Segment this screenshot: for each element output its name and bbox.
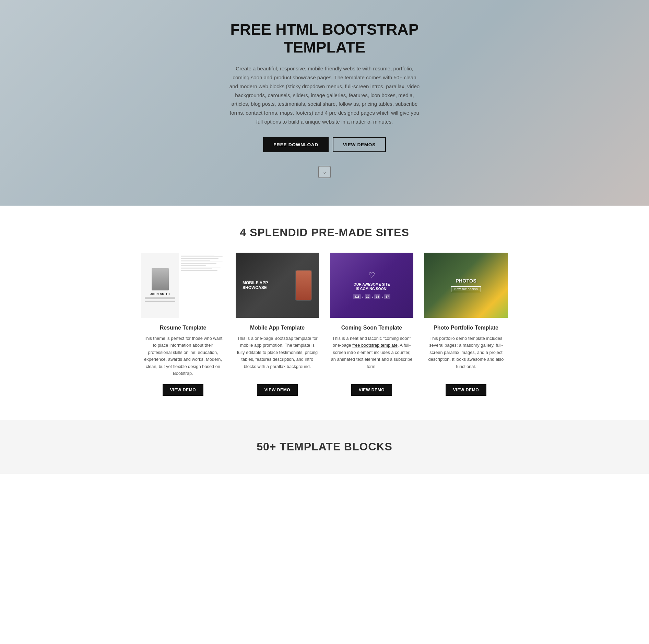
hero-description: Create a beautiful, responsive, mobile-f… [228, 64, 421, 126]
resume-mockup: JOHN SMITH [141, 253, 225, 318]
resume-right-line [181, 256, 223, 257]
scroll-down-button[interactable]: ⌄ [318, 166, 331, 178]
resume-line [145, 300, 175, 300]
mobile-card-name: Mobile App Template [250, 325, 305, 331]
resume-right-line [181, 262, 223, 262]
coming-soon-card-description: This is a neat and laconic "coming soon"… [330, 335, 413, 377]
premade-sites-section: 4 SPLENDID PRE-MADE SITES JOHN SMITH [0, 206, 649, 420]
photo-card-name: Photo Portfolio Template [434, 325, 498, 331]
mobile-card-preview: MOBILE APPSHOWCASE [236, 253, 319, 318]
free-download-button[interactable]: FREE DOWNLOAD [263, 137, 328, 152]
view-demos-button[interactable]: VIEW DEMOS [333, 137, 386, 152]
resume-line [145, 298, 175, 299]
countdown-counter: 318 : 10 : 18 : 57 [353, 294, 390, 299]
resume-lines [145, 297, 175, 302]
photo-preview-title: PHOTOS [456, 278, 476, 284]
resume-line [145, 297, 175, 298]
mobile-phone-mockup [295, 270, 312, 301]
resume-right-line [181, 268, 212, 269]
hero-buttons: FREE DOWNLOAD VIEW DEMOS [228, 137, 421, 152]
photo-view-demo-button[interactable]: VIEW DEMO [446, 384, 486, 396]
counter-sep: : [382, 295, 383, 298]
counter-seconds: 57 [384, 294, 390, 299]
hero-content: FREE HTML BOOTSTRAP TEMPLATE Create a be… [228, 21, 421, 166]
resume-right-line [181, 260, 210, 261]
coming-soon-view-demo-button[interactable]: VIEW DEMO [351, 384, 392, 396]
mobile-card: MOBILE APPSHOWCASE Mobile App Template T… [230, 253, 324, 406]
resume-mockup-right [179, 253, 225, 318]
resume-card-preview: JOHN SMITH [141, 253, 225, 318]
heart-icon: ♡ [368, 272, 375, 279]
counter-sep: : [362, 295, 363, 298]
resume-view-demo-button[interactable]: VIEW DEMO [163, 384, 203, 396]
coming-soon-card-preview: ♡ OUR AWESOME SITEIS COMING SOON! 318 : … [330, 253, 413, 318]
hero-section: FREE HTML BOOTSTRAP TEMPLATE Create a be… [0, 0, 649, 206]
coming-soon-heading: OUR AWESOME SITEIS COMING SOON! [354, 282, 390, 291]
mobile-phone-screen [296, 271, 311, 300]
resume-right-line [181, 270, 217, 271]
resume-mockup-left: JOHN SMITH [141, 253, 179, 318]
counter-sep: : [372, 295, 373, 298]
premade-section-title: 4 SPLENDID PRE-MADE SITES [7, 226, 642, 239]
mobile-view-demo-button[interactable]: VIEW DEMO [257, 384, 298, 396]
resume-line [145, 301, 175, 302]
blocks-section-title: 50+ TEMPLATE BLOCKS [7, 440, 642, 453]
resume-right-line [181, 265, 206, 266]
resume-right-line [181, 267, 221, 267]
photo-preview-view-btn[interactable]: VIEW THE DESIGN [451, 286, 481, 292]
free-bootstrap-link[interactable]: free bootstrap template [352, 343, 398, 348]
photo-card-preview: PHOTOS VIEW THE DESIGN [424, 253, 508, 318]
resume-right-line [181, 255, 214, 255]
cards-grid: JOHN SMITH [136, 253, 513, 406]
resume-avatar [152, 268, 169, 290]
resume-card: JOHN SMITH [136, 253, 230, 406]
counter-hours: 10 [365, 294, 371, 299]
blocks-section: 50+ TEMPLATE BLOCKS [0, 420, 649, 474]
counter-days: 318 [353, 294, 361, 299]
chevron-down-icon: ⌄ [322, 169, 327, 175]
coming-soon-card: ♡ OUR AWESOME SITEIS COMING SOON! 318 : … [324, 253, 419, 406]
resume-name-text: JOHN SMITH [150, 292, 170, 296]
coming-soon-card-name: Coming Soon Template [341, 325, 402, 331]
resume-right-line [181, 258, 218, 259]
photo-card-description: This portfolio demo template includes se… [424, 335, 508, 377]
resume-right-line [181, 263, 216, 264]
resume-card-description: This theme is perfect for those who want… [141, 335, 225, 377]
photo-card: PHOTOS VIEW THE DESIGN Photo Portfolio T… [419, 253, 513, 406]
counter-minutes: 18 [374, 294, 380, 299]
mobile-mockup-text: MOBILE APPSHOWCASE [243, 280, 268, 290]
mobile-card-description: This is a one-page Bootstrap template fo… [236, 335, 319, 377]
resume-card-name: Resume Template [160, 325, 206, 331]
hero-title: FREE HTML BOOTSTRAP TEMPLATE [228, 21, 421, 56]
